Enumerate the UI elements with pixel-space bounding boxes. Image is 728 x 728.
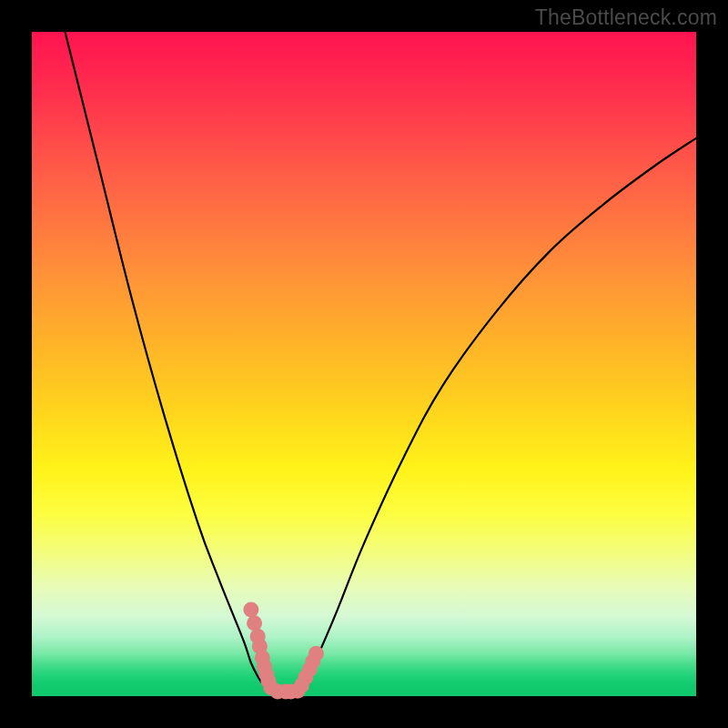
curve-left xyxy=(66,32,271,693)
chart-stage: TheBottleneck.com xyxy=(0,0,728,728)
watermark-text: TheBottleneck.com xyxy=(535,5,717,30)
highlight-dot xyxy=(247,615,262,631)
highlight-dot xyxy=(243,602,258,618)
curve-right xyxy=(298,138,696,693)
highlight-dots xyxy=(243,602,324,700)
highlight-dot xyxy=(308,646,324,662)
chart-overlay xyxy=(32,32,696,696)
